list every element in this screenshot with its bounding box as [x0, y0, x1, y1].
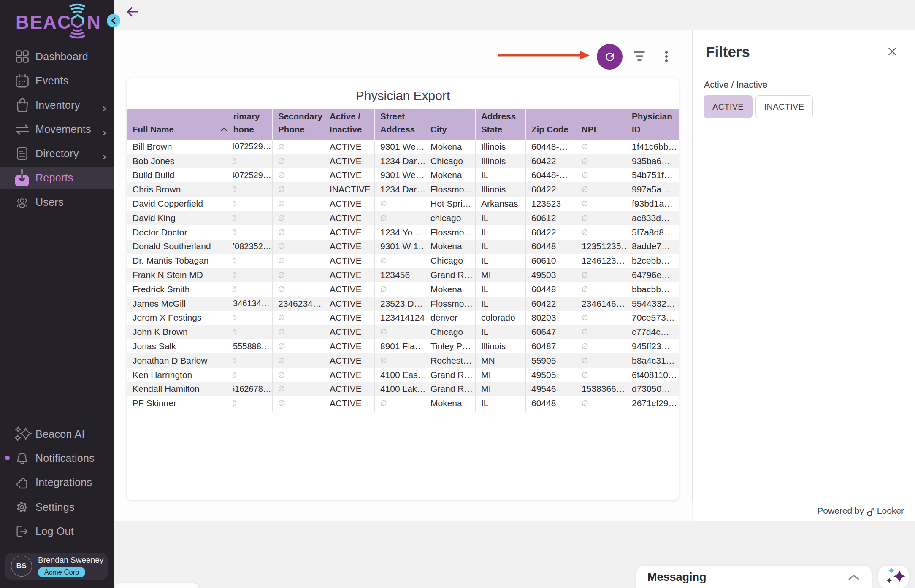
- svg-text:BEAC: BEAC: [16, 12, 72, 32]
- svg-text:N: N: [87, 12, 100, 32]
